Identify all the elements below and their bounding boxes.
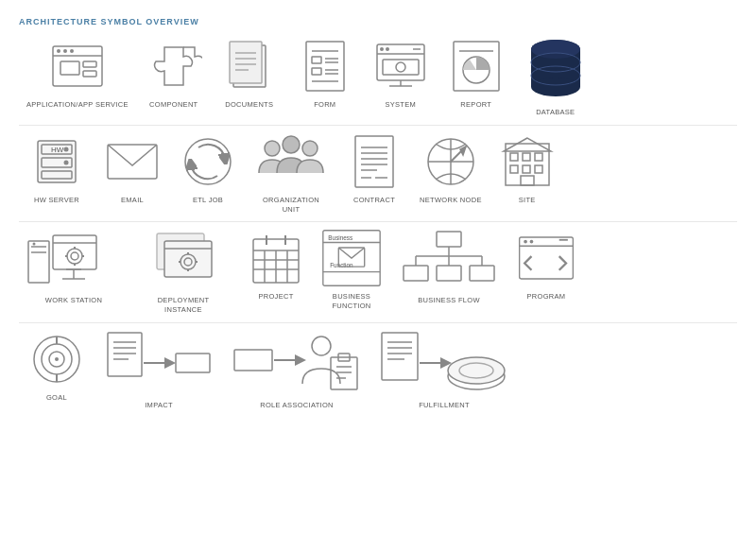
symbol-row-4: GOAL IMPACT: [19, 329, 737, 410]
symbol-etl-job: ETL JOB: [170, 131, 246, 205]
label-business-flow: BUSINESS FLOW: [418, 296, 480, 305]
svg-point-2: [57, 49, 60, 53]
svg-point-51: [64, 160, 69, 164]
svg-point-150: [312, 337, 331, 355]
label-impact: IMPACT: [145, 401, 173, 410]
label-email: EMAIL: [121, 196, 144, 205]
symbol-app-service: APPLICATION/APP SERVICE: [19, 36, 136, 110]
svg-text:Function: Function: [330, 262, 353, 268]
svg-text:Business: Business: [328, 234, 352, 241]
label-app-service: APPLICATION/APP SERVICE: [26, 100, 129, 110]
label-site: SITE: [519, 196, 536, 205]
symbol-fulfillment: FULFILLMENT: [370, 329, 518, 410]
svg-point-54: [185, 139, 231, 184]
svg-rect-147: [234, 350, 272, 371]
svg-point-50: [64, 147, 69, 151]
svg-point-130: [524, 240, 527, 244]
svg-rect-128: [520, 237, 574, 279]
symbol-workstation: WORK STATION: [19, 228, 129, 305]
symbol-form: FORM: [287, 36, 363, 110]
label-goal: GOAL: [46, 393, 67, 403]
svg-rect-74: [523, 153, 530, 161]
svg-marker-72: [504, 138, 551, 151]
svg-point-33: [380, 47, 384, 51]
label-business-function: BUSINESSFUNCTION: [332, 292, 370, 311]
svg-rect-7: [83, 71, 96, 77]
symbol-program: PROGRAM: [508, 228, 584, 302]
svg-point-41: [531, 78, 580, 96]
svg-rect-126: [437, 266, 461, 281]
symbol-row-1: APPLICATION/APP SERVICE COMPONENT: [19, 36, 737, 117]
symbol-site: SITE: [490, 131, 565, 205]
svg-rect-119: [437, 232, 461, 247]
svg-rect-6: [83, 61, 96, 67]
label-system: SYSTEM: [385, 100, 416, 110]
symbol-impact: IMPACT: [94, 329, 223, 410]
svg-point-4: [70, 49, 74, 53]
symbol-org-unit: ORGANIZATIONUNIT: [246, 131, 336, 215]
label-report: REPORT: [460, 100, 491, 110]
symbol-documents: DOCUMENTS: [212, 36, 287, 110]
label-role-association: ROLE ASSOCIATION: [260, 401, 334, 410]
svg-point-83: [33, 243, 36, 246]
svg-point-136: [55, 357, 59, 361]
symbol-database: DATABASE: [514, 36, 597, 117]
page-title: ARCHITECTURE SYMBOL OVERVIEW: [19, 17, 737, 26]
label-program: PROGRAM: [527, 292, 566, 302]
symbol-system: SYSTEM: [363, 36, 438, 110]
label-documents: DOCUMENTS: [225, 100, 273, 110]
symbol-business-flow: BUSINESS FLOW: [389, 228, 508, 305]
label-fulfillment: FULFILLMENT: [419, 401, 470, 410]
svg-rect-77: [523, 165, 530, 173]
svg-rect-5: [60, 61, 79, 75]
svg-rect-73: [510, 153, 518, 161]
svg-point-30: [396, 62, 405, 72]
symbol-row-2: HW HW SERVER EMAIL: [19, 131, 737, 215]
symbol-component: COMPONENT: [136, 36, 212, 110]
svg-marker-145: [164, 357, 176, 369]
svg-rect-58: [355, 136, 393, 187]
label-form: FORM: [314, 100, 335, 110]
symbol-report: REPORT: [438, 36, 514, 110]
symbol-hw-server: HW HW SERVER: [19, 131, 94, 205]
svg-rect-79: [521, 176, 534, 185]
svg-rect-75: [535, 153, 542, 161]
svg-point-34: [386, 47, 389, 51]
svg-rect-146: [176, 354, 210, 372]
svg-point-90: [71, 252, 78, 260]
symbol-contract: CONTRACT: [336, 131, 412, 205]
svg-point-55: [265, 141, 280, 156]
symbol-business-function: Business Function BUSINESSFUNCTION: [314, 228, 389, 311]
label-component: COMPONENT: [149, 100, 198, 110]
svg-marker-149: [295, 354, 306, 366]
svg-rect-78: [535, 165, 542, 173]
label-database: DATABASE: [536, 108, 575, 117]
svg-rect-53: [108, 145, 157, 179]
svg-marker-70: [460, 147, 466, 155]
label-deployment: DEPLOYMENTINSTANCE: [158, 296, 210, 315]
svg-point-57: [302, 141, 318, 156]
svg-point-89: [67, 249, 82, 264]
label-contract: CONTRACT: [353, 196, 395, 205]
svg-point-164: [448, 357, 505, 384]
svg-point-3: [63, 49, 67, 53]
label-network-node: NETWORK NODE: [420, 196, 482, 205]
svg-rect-20: [312, 57, 321, 63]
svg-rect-18: [306, 42, 344, 91]
symbol-deployment: DEPLOYMENTINSTANCE: [129, 228, 238, 315]
svg-rect-156: [382, 333, 418, 380]
svg-rect-13: [230, 42, 262, 83]
svg-rect-21: [312, 68, 321, 75]
svg-rect-127: [470, 266, 494, 281]
symbol-role-association: ROLE ASSOCIATION: [223, 329, 370, 410]
svg-rect-139: [108, 333, 142, 376]
svg-point-131: [530, 240, 534, 244]
svg-text:HW: HW: [51, 146, 64, 154]
svg-rect-96: [164, 241, 212, 277]
label-etl-job: ETL JOB: [193, 196, 223, 205]
label-org-unit: ORGANIZATIONUNIT: [263, 196, 319, 215]
symbol-goal: GOAL: [19, 329, 94, 403]
label-hw-server: HW SERVER: [34, 196, 79, 205]
svg-rect-71: [506, 144, 549, 185]
symbol-network-node: NETWORK NODE: [412, 131, 490, 205]
